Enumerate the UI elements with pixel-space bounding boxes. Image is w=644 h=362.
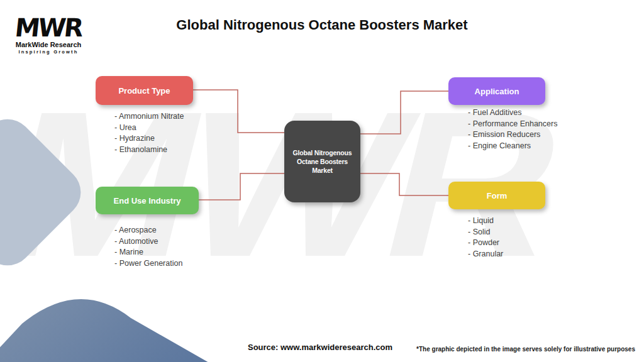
center-node-label-line: Octane Boosters bbox=[297, 157, 348, 166]
branch-box-end-use-industry: End Use Industry bbox=[96, 187, 199, 214]
center-node: Global Nitrogenous Octane Boosters Marke… bbox=[284, 121, 360, 202]
list-item: - Power Generation bbox=[114, 258, 182, 270]
infographic-page: MWR MWR MarkWide Research Inspiring Grow… bbox=[0, 0, 644, 362]
logo-tagline: Inspiring Growth bbox=[14, 49, 83, 55]
branch-label-application: Application bbox=[475, 87, 519, 96]
branch-label-end-use-industry: End Use Industry bbox=[114, 196, 181, 206]
logo-acronym: MWR bbox=[14, 15, 83, 40]
list-item: - Performance Enhancers bbox=[468, 119, 557, 130]
list-item: - Powder bbox=[468, 238, 503, 249]
branch-list-form: - Liquid- Solid- Powder- Granular bbox=[468, 216, 503, 260]
list-item: - Engine Cleaners bbox=[468, 141, 557, 152]
branch-label-product-type: Product Type bbox=[118, 86, 170, 96]
list-item: - Ammonium Nitrate bbox=[114, 111, 184, 123]
disclaimer-text: *The graphic depicted in the image serve… bbox=[416, 346, 635, 353]
list-item: - Aerospace bbox=[114, 225, 182, 236]
branch-list-application: - Fuel Additives- Performance Enhancers-… bbox=[468, 107, 557, 151]
list-item: - Granular bbox=[468, 249, 503, 260]
page-title: Global Nitrogenous Octane Boosters Marke… bbox=[0, 17, 644, 33]
list-item: - Ethanolamine bbox=[114, 145, 184, 156]
list-item: - Hydrazine bbox=[114, 133, 184, 145]
branch-label-form: Form bbox=[487, 191, 508, 200]
list-item: - Liquid bbox=[468, 216, 503, 227]
markwide-research-logo: MWR MarkWide Research Inspiring Growth bbox=[14, 15, 83, 55]
source-text: Source: www.markwideresearch.com bbox=[248, 343, 392, 352]
branch-box-form: Form bbox=[448, 182, 545, 209]
list-item: - Fuel Additives bbox=[468, 107, 557, 119]
branch-box-product-type: Product Type bbox=[96, 76, 193, 105]
list-item: - Emission Reducers bbox=[468, 129, 557, 141]
branch-list-end-use-industry: - Aerospace- Automotive- Marine- Power G… bbox=[114, 225, 182, 269]
center-node-label-line: Market bbox=[312, 166, 333, 175]
branch-box-application: Application bbox=[448, 77, 545, 105]
list-item: - Solid bbox=[468, 227, 503, 238]
list-item: - Marine bbox=[114, 247, 182, 258]
branch-list-product-type: - Ammonium Nitrate- Urea- Hydrazine- Eth… bbox=[114, 111, 184, 155]
center-node-label-line: Global Nitrogenous bbox=[293, 148, 352, 157]
list-item: - Automotive bbox=[114, 236, 182, 248]
list-item: - Urea bbox=[114, 123, 184, 134]
